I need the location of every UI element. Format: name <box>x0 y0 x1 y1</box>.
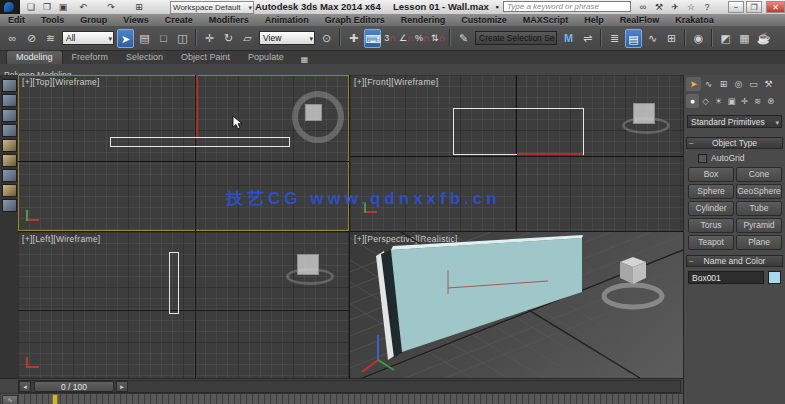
menu-create[interactable]: Create <box>157 14 201 26</box>
snap-toggle-3d-icon[interactable]: 3∩ <box>383 29 397 48</box>
project-folder-icon[interactable]: ⊞ <box>132 0 146 14</box>
tab-populate[interactable]: Populate <box>239 51 293 64</box>
torus-button[interactable]: Torus <box>688 218 734 233</box>
tab-utilities[interactable]: ⚒ <box>761 77 776 91</box>
align-icon[interactable]: ⇌ <box>579 29 596 48</box>
tab-object-paint[interactable]: Object Paint <box>172 51 239 64</box>
ribbon-panel-icon[interactable] <box>2 94 17 107</box>
sphere-button[interactable]: Sphere <box>688 184 734 199</box>
unlink-selection-icon[interactable]: ⊘ <box>23 29 40 48</box>
tube-button[interactable]: Tube <box>736 201 782 216</box>
wall-top-view[interactable] <box>110 137 290 147</box>
ribbon-panel-icon[interactable] <box>2 184 17 197</box>
subscription-wrench-icon[interactable]: ⚒ <box>652 0 666 14</box>
ribbon-panel-icon[interactable] <box>2 79 17 92</box>
viewport-left-label[interactable]: [+][Left][Wireframe] <box>22 234 101 244</box>
viewport-top-label[interactable]: [+][Top][Wireframe] <box>22 77 100 87</box>
angle-snap-icon[interactable]: ∠∩ <box>399 29 413 48</box>
category-spacewarps-icon[interactable]: ≋ <box>751 94 764 108</box>
cylinder-button[interactable]: Cylinder <box>688 201 734 216</box>
menu-rendering[interactable]: Rendering <box>393 14 454 26</box>
redo-icon[interactable]: ↷ <box>104 0 118 14</box>
ribbon-panel-icon[interactable] <box>2 109 17 122</box>
window-crossing-icon[interactable]: ◫ <box>174 29 191 48</box>
select-and-rotate-icon[interactable]: ↻ <box>220 29 237 48</box>
wall-left-view[interactable] <box>169 252 179 314</box>
plane-button[interactable]: Plane <box>736 235 782 250</box>
ribbon-config-icon[interactable]: ▦ <box>301 55 309 64</box>
geosphere-button[interactable]: GeoSphere <box>736 184 782 199</box>
signin-icon[interactable]: ✈ <box>668 0 682 14</box>
menu-customize[interactable]: Customize <box>453 14 515 26</box>
maximize-button[interactable]: ❐ <box>746 1 762 13</box>
tab-modeling[interactable]: Modeling <box>6 50 63 64</box>
teapot-button[interactable]: Teapot <box>688 235 734 250</box>
primitive-category-dropdown[interactable]: Standard Primitives ▾ <box>687 115 782 128</box>
edit-named-selections-icon[interactable]: ✎ <box>455 29 472 48</box>
category-cameras-icon[interactable]: ▣ <box>725 94 738 108</box>
previous-frame-arrow[interactable]: ◄ <box>19 381 31 392</box>
ribbon-panel-icon[interactable] <box>2 169 17 182</box>
box-button[interactable]: Box <box>688 167 734 182</box>
viewcube[interactable] <box>633 103 655 124</box>
tab-selection[interactable]: Selection <box>117 51 172 64</box>
use-pivot-center-icon[interactable]: ⊙ <box>318 29 335 48</box>
undo-icon[interactable]: ↶ <box>76 0 90 14</box>
mirror-icon[interactable]: M <box>560 29 577 48</box>
autogrid-checkbox[interactable] <box>698 154 707 163</box>
viewcube[interactable] <box>305 104 322 121</box>
name-color-rollout-header[interactable]: − Name and Color <box>686 255 783 267</box>
category-shapes-icon[interactable]: ◇ <box>699 94 712 108</box>
spinner-snap-icon[interactable]: ⇅∩ <box>431 29 445 48</box>
schematic-view-icon[interactable]: ⊞ <box>663 29 680 48</box>
tab-freeform[interactable]: Freeform <box>63 51 118 64</box>
select-and-move-icon[interactable]: ✛ <box>201 29 218 48</box>
select-and-link-icon[interactable]: ∞ <box>4 29 21 48</box>
object-color-swatch[interactable] <box>768 271 781 284</box>
named-selection-set-dropdown[interactable]: Create Selection Se ▾ <box>475 31 557 45</box>
close-button[interactable]: ✕ <box>766 1 785 13</box>
bind-to-spacewarp-icon[interactable]: ≋ <box>42 29 59 48</box>
menu-realflow[interactable]: RealFlow <box>612 14 668 26</box>
viewport-front[interactable]: [+][Front][Wireframe] <box>350 75 683 231</box>
selection-filter-dropdown[interactable]: All ▾ <box>62 31 114 45</box>
menu-maxscript[interactable]: MAXScript <box>515 14 577 26</box>
ribbon-panel-icon[interactable] <box>2 139 17 152</box>
viewport-front-label[interactable]: [+][Front][Wireframe] <box>354 77 438 87</box>
tab-create[interactable]: ➤ <box>686 77 701 91</box>
cone-button[interactable]: Cone <box>736 167 782 182</box>
menu-help[interactable]: Help <box>576 14 612 26</box>
category-geometry-icon[interactable]: ● <box>686 94 699 108</box>
render-setup-icon[interactable]: ◩ <box>717 29 734 48</box>
layer-manager-icon[interactable]: ≣ <box>606 29 623 48</box>
ribbon-panel-icon[interactable] <box>2 124 17 137</box>
viewport-left[interactable]: [+][Left][Wireframe] <box>18 232 349 378</box>
menu-krakatoa[interactable]: Krakatoa <box>667 14 722 26</box>
object-type-rollout-header[interactable]: − Object Type <box>686 137 783 149</box>
rectangular-selection-icon[interactable]: □ <box>155 29 172 48</box>
menu-tools[interactable]: Tools <box>33 14 72 26</box>
viewport-top[interactable]: [+][Top][Wireframe] <box>18 75 349 231</box>
mini-curve-editor-icon[interactable]: ∿ <box>2 395 18 404</box>
tab-hierarchy[interactable]: ⊞ <box>716 77 731 91</box>
select-and-manipulate-icon[interactable]: ✚ <box>345 29 362 48</box>
select-and-scale-icon[interactable]: ▱ <box>239 29 256 48</box>
rendered-frame-icon[interactable]: ▦ <box>736 29 753 48</box>
favorites-star-icon[interactable]: ☆ <box>684 0 698 14</box>
select-by-name-icon[interactable]: ▤ <box>136 29 153 48</box>
next-frame-arrow[interactable]: ► <box>116 381 128 392</box>
material-editor-icon[interactable]: ◉ <box>690 29 707 48</box>
help-icon[interactable]: ? <box>700 0 714 14</box>
workspace-dropdown[interactable]: Workspace Default ▾ <box>170 1 254 14</box>
viewcube[interactable] <box>297 254 319 275</box>
tab-motion[interactable]: ◎ <box>731 77 746 91</box>
search-binoculars-icon[interactable]: ∞ <box>636 0 650 14</box>
select-object-button[interactable]: ➤ <box>117 29 134 48</box>
pyramid-button[interactable]: Pyramid <box>736 218 782 233</box>
category-lights-icon[interactable]: ☀ <box>712 94 725 108</box>
keyboard-override-button[interactable]: ⌨ <box>364 29 381 48</box>
wall-front-view[interactable] <box>453 108 584 155</box>
menu-group[interactable]: Group <box>72 14 115 26</box>
menu-graph-editors[interactable]: Graph Editors <box>317 14 393 26</box>
percent-snap-icon[interactable]: %∩ <box>415 29 429 48</box>
